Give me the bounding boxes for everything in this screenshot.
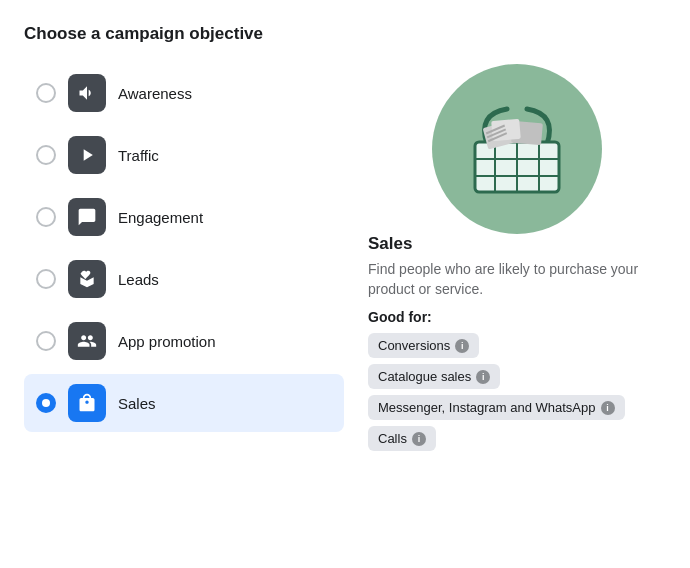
basket-illustration: [457, 94, 577, 204]
tags-list: ConversionsiCatalogue salesiMessenger, I…: [368, 333, 666, 451]
radio-awareness[interactable]: [36, 83, 56, 103]
detail-section: Sales Find people who are likely to purc…: [368, 234, 666, 451]
info-icon-1[interactable]: i: [476, 370, 490, 384]
tag-0: Conversionsi: [368, 333, 479, 358]
option-engagement[interactable]: Engagement: [24, 188, 344, 246]
option-sales[interactable]: Sales: [24, 374, 344, 432]
icon-sales: [68, 384, 106, 422]
radio-sales[interactable]: [36, 393, 56, 413]
option-traffic[interactable]: Traffic: [24, 126, 344, 184]
label-app-promotion: App promotion: [118, 333, 216, 350]
option-awareness[interactable]: Awareness: [24, 64, 344, 122]
icon-leads: [68, 260, 106, 298]
illustration-circle: [432, 64, 602, 234]
icon-traffic: [68, 136, 106, 174]
info-icon-2[interactable]: i: [601, 401, 615, 415]
detail-description: Find people who are likely to purchase y…: [368, 260, 666, 299]
icon-app-promotion: [68, 322, 106, 360]
option-app-promotion[interactable]: App promotion: [24, 312, 344, 370]
option-leads[interactable]: Leads: [24, 250, 344, 308]
right-panel: Sales Find people who are likely to purc…: [368, 64, 666, 451]
icon-engagement: [68, 198, 106, 236]
info-icon-3[interactable]: i: [412, 432, 426, 446]
main-layout: Awareness Traffic Engagement: [24, 64, 666, 451]
radio-app-promotion[interactable]: [36, 331, 56, 351]
illustration-wrapper: [432, 64, 602, 234]
radio-engagement[interactable]: [36, 207, 56, 227]
label-engagement: Engagement: [118, 209, 203, 226]
label-leads: Leads: [118, 271, 159, 288]
tag-3: Callsi: [368, 426, 436, 451]
icon-awareness: [68, 74, 106, 112]
detail-title: Sales: [368, 234, 666, 254]
label-sales: Sales: [118, 395, 156, 412]
tag-2: Messenger, Instagram and WhatsAppi: [368, 395, 625, 420]
radio-leads[interactable]: [36, 269, 56, 289]
good-for-label: Good for:: [368, 309, 666, 325]
radio-traffic[interactable]: [36, 145, 56, 165]
tag-1: Catalogue salesi: [368, 364, 500, 389]
page-title: Choose a campaign objective: [24, 24, 666, 44]
label-awareness: Awareness: [118, 85, 192, 102]
info-icon-0[interactable]: i: [455, 339, 469, 353]
label-traffic: Traffic: [118, 147, 159, 164]
options-list: Awareness Traffic Engagement: [24, 64, 344, 432]
